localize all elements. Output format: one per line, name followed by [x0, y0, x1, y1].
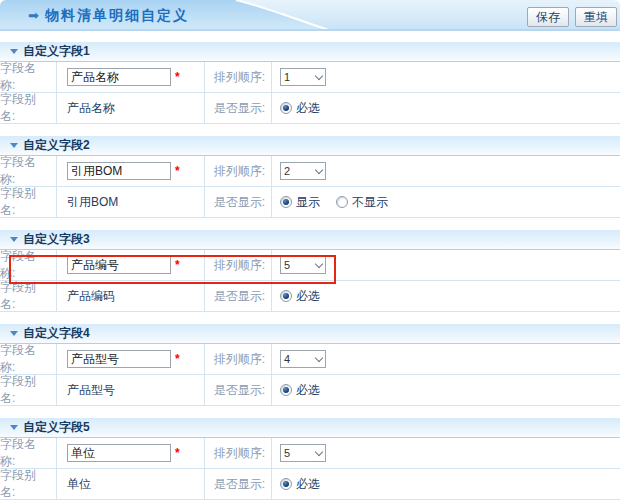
- field-name-cell: *: [57, 250, 205, 281]
- section-header[interactable]: 自定义字段4: [0, 324, 620, 344]
- display-label: 是否显示:: [205, 469, 272, 500]
- field-alias-value: 单位: [57, 469, 205, 500]
- sort-order-select[interactable]: 1: [280, 68, 326, 86]
- radio-required[interactable]: [280, 384, 292, 396]
- field-alias-label: 字段别名:: [0, 375, 57, 406]
- field-alias-value: 产品型号: [57, 375, 205, 406]
- section-title: 自定义字段1: [23, 42, 90, 61]
- radio-required-label: 必选: [296, 476, 320, 493]
- collapse-triangle-icon: [10, 425, 18, 430]
- section-title: 自定义字段4: [23, 324, 90, 343]
- collapse-triangle-icon: [10, 331, 18, 336]
- page-title: 物料清单明细自定义: [45, 7, 189, 25]
- display-options: 必选: [272, 375, 620, 406]
- section-table: 字段名称: * 排列顺序: 5 字段别名: 产品编码 是否显示: 必选: [0, 250, 620, 312]
- collapse-triangle-icon: [10, 49, 18, 54]
- required-asterisk: *: [175, 446, 180, 460]
- radio-required-label: 必选: [296, 100, 320, 117]
- field-alias-label: 字段别名:: [0, 281, 57, 312]
- field-alias-label: 字段别名:: [0, 93, 57, 124]
- display-label: 是否显示:: [205, 187, 272, 218]
- section-header[interactable]: 自定义字段3: [0, 230, 620, 250]
- sort-order-cell: 2: [272, 156, 620, 187]
- sort-order-cell: 5: [272, 250, 620, 281]
- field-name-input[interactable]: [67, 68, 171, 86]
- sort-order-select[interactable]: 4: [280, 350, 326, 368]
- section-header[interactable]: 自定义字段2: [0, 136, 620, 156]
- section-custom-field-5: 自定义字段5 字段名称: * 排列顺序: 5 字段别名: 单位 是否显示: 必选: [0, 418, 620, 500]
- field-name-input[interactable]: [67, 256, 171, 274]
- page-header: ➡ 物料清单明细自定义 保存 重填: [0, 0, 620, 31]
- sort-order-value: 4: [284, 353, 290, 365]
- required-asterisk: *: [175, 352, 180, 366]
- save-button[interactable]: 保存: [527, 7, 569, 27]
- field-name-label: 字段名称:: [0, 438, 57, 469]
- chevron-down-icon: [315, 71, 323, 79]
- field-name-label: 字段名称:: [0, 250, 57, 281]
- radio-required-label: 必选: [296, 288, 320, 305]
- field-name-label: 字段名称:: [0, 344, 57, 375]
- section-custom-field-4: 自定义字段4 字段名称: * 排列顺序: 4 字段别名: 产品型号 是否显示: …: [0, 324, 620, 406]
- field-name-cell: *: [57, 156, 205, 187]
- reset-button[interactable]: 重填: [575, 7, 617, 27]
- section-title: 自定义字段3: [23, 230, 90, 249]
- sort-order-label: 排列顺序:: [205, 438, 272, 469]
- section-table: 字段名称: * 排列顺序: 1 字段别名: 产品名称 是否显示: 必选: [0, 62, 620, 124]
- sort-order-label: 排列顺序:: [205, 62, 272, 93]
- section-custom-field-2: 自定义字段2 字段名称: * 排列顺序: 2 字段别名: 引用BOM 是否显示:…: [0, 136, 620, 218]
- display-options: 必选: [272, 281, 620, 312]
- section-custom-field-3: 自定义字段3 字段名称: * 排列顺序: 5 字段别名: 产品编码 是否显示: …: [0, 230, 620, 312]
- toolbar: 保存 重填: [527, 7, 617, 27]
- field-name-input[interactable]: [67, 444, 171, 462]
- sort-order-cell: 4: [272, 344, 620, 375]
- collapse-triangle-icon: [10, 143, 18, 148]
- field-name-label: 字段名称:: [0, 156, 57, 187]
- radio-show-label: 显示: [296, 194, 320, 211]
- field-name-input[interactable]: [67, 350, 171, 368]
- sort-order-label: 排列顺序:: [205, 250, 272, 281]
- field-alias-label: 字段别名:: [0, 187, 57, 218]
- field-name-input[interactable]: [67, 162, 171, 180]
- sort-order-label: 排列顺序:: [205, 156, 272, 187]
- required-asterisk: *: [175, 258, 180, 272]
- sort-order-select[interactable]: 5: [280, 444, 326, 462]
- field-alias-value: 引用BOM: [57, 187, 205, 218]
- chevron-down-icon: [315, 447, 323, 455]
- field-name-cell: *: [57, 344, 205, 375]
- radio-required[interactable]: [280, 478, 292, 490]
- sort-order-value: 2: [284, 165, 290, 177]
- display-label: 是否显示:: [205, 375, 272, 406]
- display-options: 必选: [272, 469, 620, 500]
- radio-required[interactable]: [280, 290, 292, 302]
- sort-order-label: 排列顺序:: [205, 344, 272, 375]
- sort-order-select[interactable]: 2: [280, 162, 326, 180]
- field-name-cell: *: [57, 62, 205, 93]
- chevron-down-icon: [315, 259, 323, 267]
- radio-required[interactable]: [280, 102, 292, 114]
- display-label: 是否显示:: [205, 93, 272, 124]
- display-options: 显示 不显示: [272, 187, 620, 218]
- sort-order-value: 5: [284, 259, 290, 271]
- display-label: 是否显示:: [205, 281, 272, 312]
- field-alias-value: 产品编码: [57, 281, 205, 312]
- sort-order-select[interactable]: 5: [280, 256, 326, 274]
- section-header[interactable]: 自定义字段1: [0, 42, 620, 62]
- display-options: 必选: [272, 93, 620, 124]
- radio-show[interactable]: [280, 196, 292, 208]
- field-alias-label: 字段别名:: [0, 469, 57, 500]
- section-title: 自定义字段2: [23, 136, 90, 155]
- field-name-label: 字段名称:: [0, 62, 57, 93]
- sort-order-value: 5: [284, 447, 290, 459]
- section-table: 字段名称: * 排列顺序: 4 字段别名: 产品型号 是否显示: 必选: [0, 344, 620, 406]
- required-asterisk: *: [175, 164, 180, 178]
- radio-hide-label: 不显示: [352, 194, 388, 211]
- chevron-down-icon: [315, 353, 323, 361]
- radio-hide[interactable]: [336, 196, 348, 208]
- radio-required-label: 必选: [296, 382, 320, 399]
- required-asterisk: *: [175, 70, 180, 84]
- section-header[interactable]: 自定义字段5: [0, 418, 620, 438]
- collapse-triangle-icon: [10, 237, 18, 242]
- chevron-down-icon: [315, 165, 323, 173]
- title-arrow-icon: ➡: [28, 9, 39, 22]
- section-table: 字段名称: * 排列顺序: 2 字段别名: 引用BOM 是否显示: 显示 不显示: [0, 156, 620, 218]
